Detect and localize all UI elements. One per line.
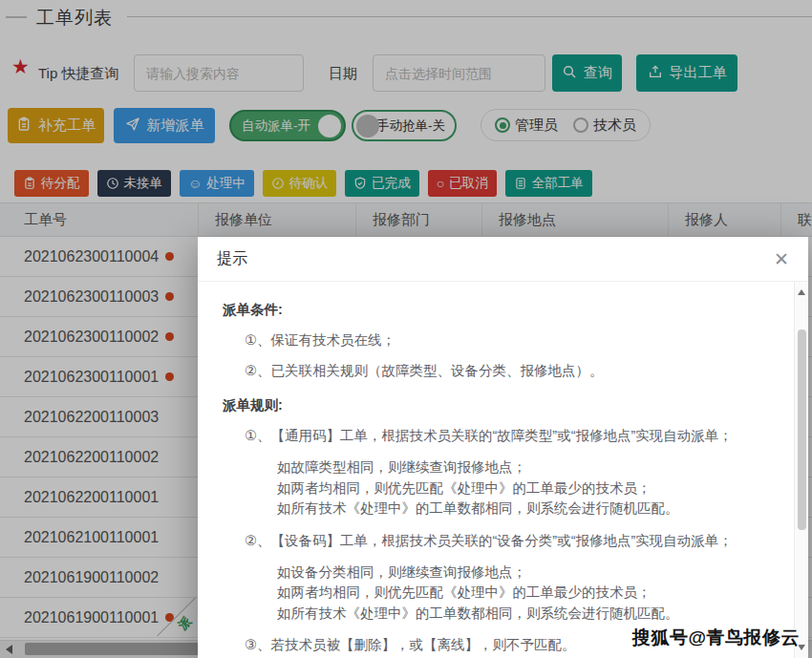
page-title: 工单列表 xyxy=(36,6,113,31)
toggle-knob xyxy=(318,115,341,138)
role-radio-label: 管理员 xyxy=(515,117,558,135)
tip-modal: 提示 ✕ 派单条件:①、保证有技术员在线；②、已关联相关规则（故障类型、设备分类… xyxy=(198,237,808,658)
radio-icon xyxy=(495,117,510,133)
role-radio[interactable]: 管理员 xyxy=(495,117,558,135)
order-no-cell: 2021062300110004 xyxy=(0,237,199,276)
order-no-cell: 2021061900110001派 xyxy=(0,598,199,637)
scroll-up-icon[interactable] xyxy=(798,289,805,295)
tab-label: 未接单 xyxy=(124,175,163,192)
supplement-button-label: 补充工单 xyxy=(38,117,96,135)
shield-check-icon xyxy=(353,177,367,190)
tab-pending-confirm[interactable]: 待确认 xyxy=(263,170,337,197)
query-button[interactable]: 查询 xyxy=(552,54,622,92)
modal-title: 提示 xyxy=(217,249,247,269)
order-no-cell: 2021062300110002 xyxy=(0,317,199,356)
supplement-order-button[interactable]: 补充工单 xyxy=(8,108,104,143)
export-icon xyxy=(648,64,663,82)
modal-body: 派单条件:①、保证有技术员在线；②、已关联相关规则（故障类型、设备分类、报修地点… xyxy=(198,282,808,658)
tab-pending-assign[interactable]: 待分配 xyxy=(14,170,89,197)
order-no: 2021062300110004 xyxy=(24,248,159,265)
tab-label: 待分配 xyxy=(41,175,80,192)
clipboard-icon xyxy=(23,177,36,190)
order-no-cell: 2021062200110001 xyxy=(0,478,199,517)
unread-dot xyxy=(165,292,174,301)
order-no: 2021062200110003 xyxy=(24,409,159,425)
role-radio[interactable]: 技术员 xyxy=(573,117,636,135)
column-header: 报修单位 xyxy=(199,203,356,236)
vertical-scroll-thumb[interactable] xyxy=(798,329,806,530)
order-no-cell: 2021062300110001 xyxy=(0,357,199,396)
title-divider xyxy=(127,16,812,17)
order-no-cell: 2021062100110001 xyxy=(0,518,199,557)
table-header: 工单号报修单位报修部门报修地点报修人联系电话 xyxy=(0,202,812,237)
order-no-cell: 2021061900110002 xyxy=(0,558,199,597)
order-no: 2021062200110002 xyxy=(24,449,159,465)
modal-line: 如设备分类相同，则继续查询报修地点； xyxy=(277,562,755,584)
modal-line: ②、【设备码】工单，根据技术员关联的“设备分类”或“报修地点”实现自动派单； xyxy=(245,532,755,550)
clipboard-icon xyxy=(16,117,32,135)
modal-line: 如两者均相同，则优先匹配《处理中》的工单最少的技术员； xyxy=(277,583,755,604)
close-icon[interactable]: ✕ xyxy=(774,250,789,268)
tab-completed[interactable]: 已完成 xyxy=(345,170,419,197)
search-input[interactable] xyxy=(134,54,304,92)
history-clock-icon xyxy=(271,177,285,190)
column-header: 工单号 xyxy=(0,203,199,236)
query-button-label: 查询 xyxy=(584,64,612,82)
order-no: 2021061900110001 xyxy=(24,609,159,626)
modal-heading: 派单条件: xyxy=(223,301,755,319)
smiley-icon: ☺ xyxy=(188,177,202,190)
title-dash xyxy=(6,16,27,18)
tab-label: 全部工单 xyxy=(532,175,584,192)
tab-label: 待确认 xyxy=(289,175,329,192)
star-icon: ★ xyxy=(11,56,30,76)
unread-dot xyxy=(165,372,174,381)
date-range-input[interactable] xyxy=(373,54,545,92)
work-order-page: 工单列表 ★ Tip 快捷查询 日期 查询 导出工单 补充工单 新增派单 自动派… xyxy=(0,0,812,658)
clock-icon xyxy=(106,177,119,190)
modal-line: 如故障类型相同，则继续查询报修地点； xyxy=(277,457,755,478)
tab-label: 处理中 xyxy=(206,175,246,192)
tab-not-accepted[interactable]: 未接单 xyxy=(97,170,172,197)
scroll-left-icon[interactable] xyxy=(6,645,12,654)
unread-dot xyxy=(165,252,174,261)
order-no: 2021062200110001 xyxy=(24,489,159,505)
tab-cancelled[interactable]: ○已取消 xyxy=(428,170,497,197)
order-no: 2021062300110002 xyxy=(24,329,159,345)
order-no: 2021062300110001 xyxy=(24,369,159,385)
auto-dispatch-toggle[interactable]: 自动派单-开 xyxy=(229,110,346,141)
status-tabs: 待分配未接单☺处理中待确认已完成○已取消全部工单 xyxy=(14,170,592,197)
radio-icon xyxy=(573,117,588,133)
modal-header: 提示 ✕ xyxy=(198,237,808,282)
export-orders-button[interactable]: 导出工单 xyxy=(636,54,737,92)
order-no: 2021062100110001 xyxy=(24,529,159,545)
modal-line: 如所有技术《处理中》的工单数都相同，则系统会进行随机匹配。 xyxy=(277,604,755,625)
tab-label: 已完成 xyxy=(372,175,411,192)
quick-search-label: Tip 快捷查询 xyxy=(38,65,118,83)
modal-line: 如所有技术《处理中》的工单数都相同，则系统会进行随机匹配。 xyxy=(277,499,755,520)
role-switch: 管理员技术员 xyxy=(481,109,651,141)
manual-grab-toggle-label: 手动抢单-关 xyxy=(376,117,445,135)
column-header: 报修人 xyxy=(669,203,781,236)
auto-dispatch-toggle-label: 自动派单-开 xyxy=(242,117,310,135)
modal-line: ②、已关联相关规则（故障类型、设备分类、报修地点）。 xyxy=(245,362,755,380)
modal-heading: 派单规则: xyxy=(223,396,755,414)
order-no-cell: 2021062200110002 xyxy=(0,437,199,477)
column-header: 联系电话 xyxy=(781,203,812,236)
role-radio-label: 技术员 xyxy=(593,117,636,135)
paper-plane-icon xyxy=(125,117,140,135)
column-header: 报修部门 xyxy=(356,203,482,236)
tab-all-orders[interactable]: 全部工单 xyxy=(505,170,592,197)
modal-line: ①、保证有技术员在线； xyxy=(245,331,755,350)
export-button-label: 导出工单 xyxy=(670,64,727,82)
tab-processing[interactable]: ☺处理中 xyxy=(180,170,254,197)
manual-grab-toggle[interactable]: 手动抢单-关 xyxy=(352,110,457,141)
vertical-scrollbar[interactable] xyxy=(794,282,808,658)
modal-line: ①、【通用码】工单，根据技术员关联的“故障类型”或“报修地点”实现自动派单； xyxy=(245,427,755,445)
new-dispatch-button-label: 新增派单 xyxy=(147,117,204,135)
toggle-knob xyxy=(356,115,379,138)
new-dispatch-button[interactable]: 新增派单 xyxy=(114,108,215,143)
order-no: 2021062300110003 xyxy=(24,288,159,305)
order-no-cell: 2021062300110003 xyxy=(0,277,199,316)
column-header: 报修地点 xyxy=(482,203,669,236)
document-icon xyxy=(514,177,527,190)
